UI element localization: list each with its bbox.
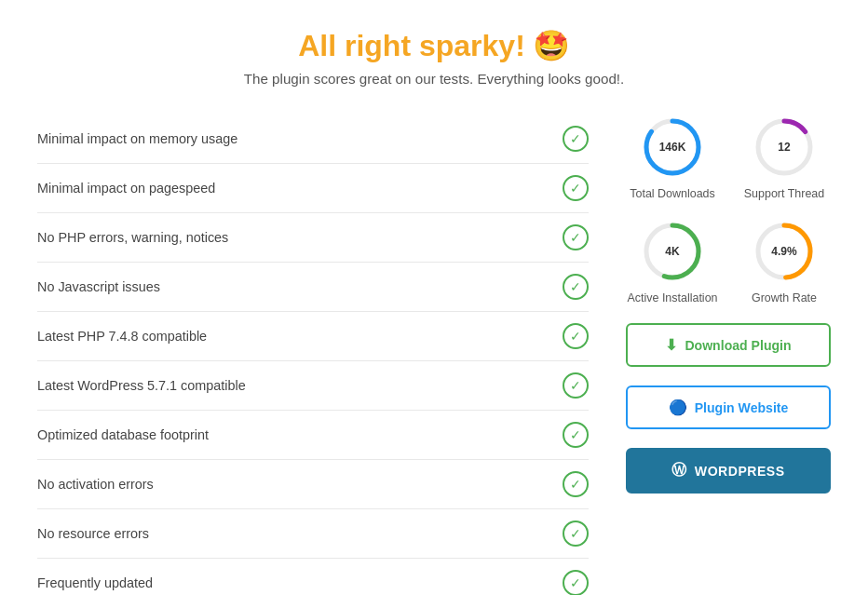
checklist-item: Frequently updated ✓	[37, 559, 589, 595]
website-button-label: Plugin Website	[695, 400, 789, 415]
plugin-website-button[interactable]: 🔵 Plugin Website	[626, 385, 831, 429]
check-icon: ✓	[563, 126, 589, 152]
stat-label: Growth Rate	[752, 291, 817, 304]
checklist-label: No Javascript issues	[37, 279, 160, 294]
checklist: Minimal impact on memory usage ✓ Minimal…	[37, 115, 589, 595]
subtitle: The plugin scores great on our tests. Ev…	[37, 71, 831, 87]
checklist-item: Latest PHP 7.4.8 compatible ✓	[37, 312, 589, 361]
check-icon: ✓	[563, 521, 589, 547]
checklist-item: Optimized database footprint ✓	[37, 411, 589, 460]
stat-item-growth-rate: 4.9% Growth Rate	[738, 219, 831, 304]
circular-progress-support-thread: 12	[752, 115, 817, 180]
title-emoji: 🤩	[533, 28, 570, 63]
sidebar: 146K Total Downloads 12 Support Thread	[626, 115, 831, 595]
stats-grid: 146K Total Downloads 12 Support Thread	[626, 115, 831, 304]
checklist-item: No activation errors ✓	[37, 460, 589, 509]
check-icon: ✓	[563, 323, 589, 349]
download-button-label: Download Plugin	[685, 338, 791, 353]
stat-item-support-thread: 12 Support Thread	[738, 115, 831, 200]
header: All right sparky! 🤩 The plugin scores gr…	[37, 28, 831, 87]
download-plugin-button[interactable]: ⬇ Download Plugin	[626, 323, 831, 367]
stat-item-active-installation: 4K Active Installation	[626, 219, 719, 304]
checklist-label: Minimal impact on pagespeed	[37, 181, 215, 196]
stat-item-total-downloads: 146K Total Downloads	[626, 115, 719, 200]
checklist-label: No resource errors	[37, 526, 149, 541]
check-icon: ✓	[563, 372, 589, 399]
checklist-item: No resource errors ✓	[37, 509, 589, 559]
wordpress-button[interactable]: Ⓦ WordPress	[626, 448, 831, 494]
wordpress-button-label: WordPress	[695, 464, 785, 479]
stat-label: Active Installation	[627, 291, 717, 304]
circular-progress-active-installation: 4K	[640, 219, 705, 284]
checklist-label: Latest PHP 7.4.8 compatible	[37, 329, 207, 344]
checklist-label: Optimized database footprint	[37, 427, 209, 442]
checklist-item: No Javascript issues ✓	[37, 263, 589, 312]
circular-progress-total-downloads: 146K	[640, 115, 705, 180]
stat-label: Support Thread	[744, 187, 824, 200]
check-icon: ✓	[563, 274, 589, 300]
checklist-item: Latest WordPress 5.7.1 compatible ✓	[37, 361, 589, 411]
wordpress-icon: Ⓦ	[671, 461, 687, 480]
stat-value: 4K	[665, 245, 679, 258]
checklist-label: No PHP errors, warning, notices	[37, 230, 228, 245]
title-text: All right sparky!	[298, 29, 525, 63]
check-icon: ✓	[563, 471, 589, 497]
download-icon: ⬇	[665, 336, 677, 354]
check-icon: ✓	[563, 422, 589, 448]
checklist-item: No PHP errors, warning, notices ✓	[37, 213, 589, 263]
circular-progress-growth-rate: 4.9%	[752, 219, 817, 284]
check-icon: ✓	[563, 570, 589, 595]
stat-value: 146K	[659, 141, 686, 154]
checklist-label: Minimal impact on memory usage	[37, 131, 237, 146]
checklist-label: No activation errors	[37, 477, 154, 492]
checklist-item: Minimal impact on pagespeed ✓	[37, 164, 589, 213]
page-title: All right sparky! 🤩	[298, 28, 570, 63]
checklist-item: Minimal impact on memory usage ✓	[37, 115, 589, 164]
stat-value: 4.9%	[771, 245, 796, 258]
website-icon: 🔵	[669, 399, 687, 416]
check-icon: ✓	[563, 224, 589, 250]
stat-label: Total Downloads	[630, 187, 715, 200]
stat-value: 12	[778, 141, 790, 154]
check-icon: ✓	[563, 175, 589, 201]
checklist-label: Latest WordPress 5.7.1 compatible	[37, 378, 246, 393]
main-content: Minimal impact on memory usage ✓ Minimal…	[37, 115, 831, 595]
checklist-label: Frequently updated	[37, 575, 153, 590]
